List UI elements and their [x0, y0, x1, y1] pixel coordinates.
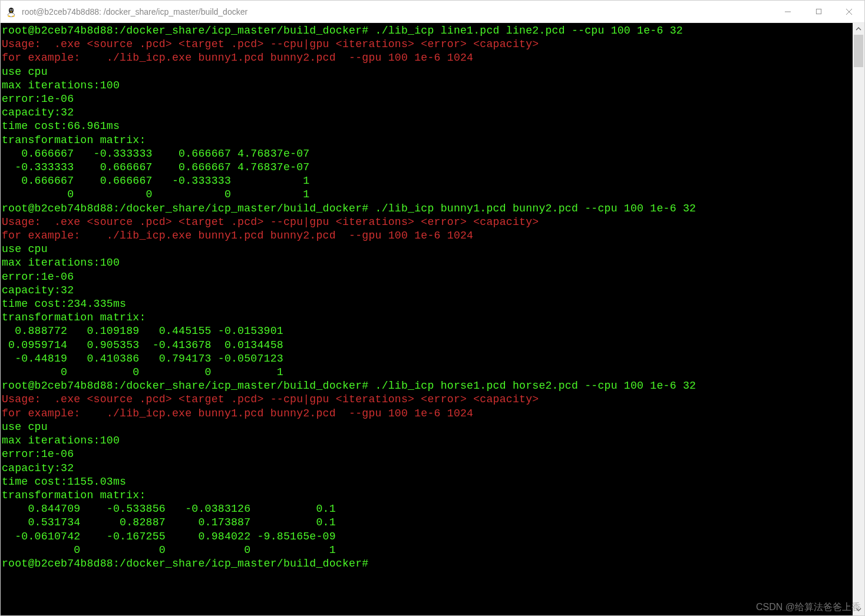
matrix-row: 0.0959714 0.905353 -0.413678 0.0134458 — [2, 339, 283, 351]
maximize-button[interactable] — [803, 1, 834, 22]
prompt: root@b2ceb74b8d88:/docker_share/icp_mast… — [2, 380, 368, 392]
usage-line: Usage: .exe <source .pcd> <target .pcd> … — [2, 216, 539, 228]
svg-rect-9 — [816, 9, 821, 14]
prompt: root@b2ceb74b8d88:/docker_share/icp_mast… — [2, 25, 368, 37]
titlebar[interactable]: root@b2ceb74b8d88: /docker_share/icp_mas… — [1, 1, 864, 23]
capacity-line: capacity:32 — [2, 107, 74, 118]
cursor — [368, 558, 375, 569]
matrix-row: 0.666667 -0.333333 0.666667 4.76837e-07 — [2, 148, 309, 160]
matrix-row: -0.44819 0.410386 0.794173 -0.0507123 — [2, 353, 283, 365]
use-cpu-line: use cpu — [2, 243, 48, 255]
max-iter-line: max iterations:100 — [2, 80, 120, 91]
command-line: ./lib_icp bunny1.pcd bunny2.pcd --cpu 10… — [368, 203, 696, 214]
matrix-row: 0.888772 0.109189 0.445155 -0.0153901 — [2, 325, 283, 337]
time-cost-line: time cost:1155.03ms — [2, 476, 126, 488]
max-iter-line: max iterations:100 — [2, 435, 120, 446]
matrix-row: 0 0 0 1 — [2, 366, 283, 378]
use-cpu-line: use cpu — [2, 66, 48, 78]
matrix-row: 0 0 0 1 — [2, 544, 336, 556]
matrix-row: 0 0 0 1 — [2, 188, 309, 200]
example-line: for example: ./lib_icp.exe bunny1.pcd bu… — [2, 230, 473, 241]
matrix-row: 0.531734 0.82887 0.173887 0.1 — [2, 516, 336, 528]
command-line: ./lib_icp line1.pcd line2.pcd --cpu 100 … — [368, 25, 683, 37]
use-cpu-line: use cpu — [2, 421, 48, 433]
matrix-label: transformation matrix: — [2, 312, 146, 323]
usage-line: Usage: .exe <source .pcd> <target .pcd> … — [2, 393, 539, 405]
matrix-row: -0.333333 0.666667 0.666667 4.76837e-07 — [2, 161, 309, 173]
prompt: root@b2ceb74b8d88:/docker_share/icp_mast… — [2, 203, 368, 214]
matrix-row: -0.0610742 -0.167255 0.984022 -9.85165e-… — [2, 531, 336, 542]
window-title: root@b2ceb74b8d88: /docker_share/icp_mas… — [22, 7, 772, 16]
usage-line: Usage: .exe <source .pcd> <target .pcd> … — [2, 38, 539, 50]
svg-point-5 — [12, 9, 12, 10]
error-line: error:1e-06 — [2, 271, 74, 283]
capacity-line: capacity:32 — [2, 284, 74, 296]
scroll-down-icon[interactable] — [853, 604, 864, 615]
minimize-button[interactable] — [772, 1, 803, 22]
max-iter-line: max iterations:100 — [2, 257, 120, 269]
tux-icon — [5, 6, 17, 18]
prompt: root@b2ceb74b8d88:/docker_share/icp_mast… — [2, 558, 368, 569]
app-window: root@b2ceb74b8d88: /docker_share/icp_mas… — [0, 0, 865, 616]
svg-point-4 — [10, 9, 11, 10]
error-line: error:1e-06 — [2, 448, 74, 460]
svg-point-7 — [12, 15, 15, 16]
matrix-row: 0.666667 0.666667 -0.333333 1 — [2, 175, 309, 187]
example-line: for example: ./lib_icp.exe bunny1.pcd bu… — [2, 408, 473, 419]
error-line: error:1e-06 — [2, 93, 74, 105]
window-controls — [772, 1, 864, 22]
matrix-label: transformation matrix: — [2, 489, 146, 501]
close-button[interactable] — [834, 1, 864, 22]
vertical-scrollbar[interactable] — [853, 23, 864, 615]
svg-point-6 — [8, 15, 10, 16]
terminal-output[interactable]: root@b2ceb74b8d88:/docker_share/icp_mast… — [1, 23, 853, 615]
example-line: for example: ./lib_icp.exe bunny1.pcd bu… — [2, 52, 473, 64]
matrix-row: 0.844709 -0.533856 -0.0383126 0.1 — [2, 503, 336, 515]
time-cost-line: time cost:234.335ms — [2, 298, 126, 310]
scroll-up-icon[interactable] — [853, 23, 864, 35]
matrix-label: transformation matrix: — [2, 134, 146, 146]
time-cost-line: time cost:66.961ms — [2, 120, 120, 132]
command-line: ./lib_icp horse1.pcd horse2.pcd --cpu 10… — [368, 380, 696, 392]
capacity-line: capacity:32 — [2, 462, 74, 474]
scrollbar-thumb[interactable] — [854, 35, 863, 67]
terminal-area: root@b2ceb74b8d88:/docker_share/icp_mast… — [1, 23, 864, 615]
